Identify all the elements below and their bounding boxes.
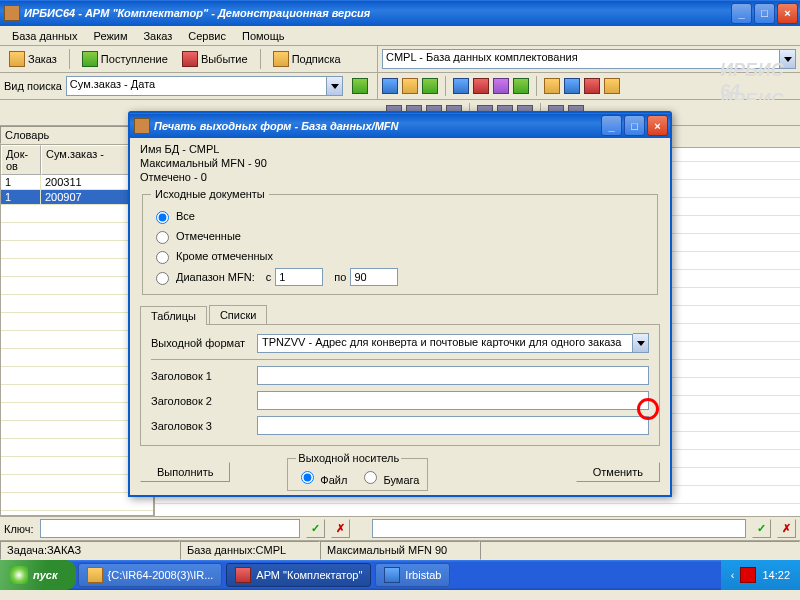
taskbar-item[interactable]: {C:\IR64-2008(3)\IR... xyxy=(78,563,223,587)
search-type-dropdown[interactable] xyxy=(327,76,343,96)
tool-icon[interactable] xyxy=(544,78,560,94)
app-icon xyxy=(235,567,251,583)
vybytie-icon xyxy=(182,51,198,67)
tool-icon[interactable] xyxy=(513,78,529,94)
source-docs-group: Исходные документы Все Отмеченные Кроме … xyxy=(142,188,658,295)
tab-tables[interactable]: Таблицы xyxy=(140,306,207,325)
key-cancel-2[interactable]: ✗ xyxy=(777,519,796,538)
radio-except[interactable] xyxy=(156,251,169,264)
search-go[interactable] xyxy=(347,75,373,97)
media-paper[interactable]: Бумага xyxy=(359,468,419,486)
media-file[interactable]: Файл xyxy=(296,468,347,486)
tool-icon[interactable] xyxy=(402,78,418,94)
menu-service[interactable]: Сервис xyxy=(180,28,234,44)
menu-db[interactable]: База данных xyxy=(4,28,86,44)
status-db: База данных:CMPL xyxy=(180,541,320,560)
status-mfn: Максимальный MFN 90 xyxy=(320,541,480,560)
radio-marked[interactable] xyxy=(156,231,169,244)
out-format-dropdown[interactable] xyxy=(633,333,649,353)
key-input-2[interactable] xyxy=(372,519,746,538)
status-task: Задача:ЗАКАЗ xyxy=(0,541,180,560)
cancel-button[interactable]: Отменить xyxy=(576,462,660,482)
hdr1-input[interactable] xyxy=(257,366,649,385)
dialog-close[interactable]: × xyxy=(647,115,668,136)
search-label: Вид поиска xyxy=(4,80,62,92)
app-title: ИРБИС64 - АРМ "Комплектатор" - Демонстра… xyxy=(24,7,731,19)
tray-icon[interactable] xyxy=(740,567,756,583)
dialog-info-db: Имя БД - CMPL xyxy=(140,142,660,156)
out-format-label: Выходной формат xyxy=(151,337,249,349)
start-button[interactable]: пуск xyxy=(0,560,76,590)
range-from[interactable] xyxy=(275,268,323,286)
dialog-minimize[interactable]: _ xyxy=(601,115,622,136)
postup-button[interactable]: Поступление xyxy=(77,48,173,70)
search-row: Вид поиска Сум.заказ - Дата xyxy=(0,73,378,100)
tool-icon[interactable] xyxy=(584,78,600,94)
menu-help[interactable]: Помощь xyxy=(234,28,293,44)
dialog-icon xyxy=(134,118,150,134)
key-cancel[interactable]: ✗ xyxy=(331,519,350,538)
zakaz-icon xyxy=(9,51,25,67)
app-icon xyxy=(4,5,20,21)
tool-icon[interactable] xyxy=(382,78,398,94)
radio-all[interactable] xyxy=(156,211,169,224)
tool-icon[interactable] xyxy=(564,78,580,94)
source-docs-legend: Исходные документы xyxy=(151,188,269,200)
dialog-maximize[interactable]: □ xyxy=(624,115,645,136)
start-icon xyxy=(10,566,28,584)
minimize-button[interactable]: _ xyxy=(731,3,752,24)
hdr2-label: Заголовок 2 xyxy=(151,395,249,407)
tool-icon[interactable] xyxy=(493,78,509,94)
menubar: База данных Режим Заказ Сервис Помощь xyxy=(0,26,800,46)
dialog-info-mfn: Максимальный MFN - 90 xyxy=(140,156,660,170)
maximize-button[interactable]: □ xyxy=(754,3,775,24)
key-ok[interactable]: ✓ xyxy=(306,519,325,538)
taskbar-item[interactable]: АРМ "Комплектатор" xyxy=(226,563,371,587)
key-ok-2[interactable]: ✓ xyxy=(752,519,771,538)
hdr1-label: Заголовок 1 xyxy=(151,370,249,382)
tool-icon[interactable] xyxy=(604,78,620,94)
folder-icon xyxy=(87,567,103,583)
hdr3-label: Заголовок 3 xyxy=(151,420,249,432)
menu-order[interactable]: Заказ xyxy=(135,28,180,44)
print-dialog: Печать выходных форм - База данных/MFN _… xyxy=(128,111,672,497)
tool-icon[interactable] xyxy=(453,78,469,94)
hdr2-input[interactable] xyxy=(257,391,649,410)
execute-button[interactable]: Выполнить xyxy=(140,462,230,482)
podpiska-icon xyxy=(273,51,289,67)
col-header-1[interactable]: Док-ов xyxy=(1,145,41,175)
dialog-info-marked: Отмечено - 0 xyxy=(140,170,660,184)
key-input[interactable] xyxy=(40,519,300,538)
media-group: Выходной носитель Файл Бумага xyxy=(287,452,428,491)
tool-icon[interactable] xyxy=(422,78,438,94)
range-to[interactable] xyxy=(350,268,398,286)
close-button[interactable]: × xyxy=(777,3,798,24)
vybytie-button[interactable]: Выбытие xyxy=(177,48,253,70)
podpiska-button[interactable]: Подписка xyxy=(268,48,346,70)
postup-icon xyxy=(82,51,98,67)
menu-mode[interactable]: Режим xyxy=(86,28,136,44)
dialog-title: Печать выходных форм - База данных/MFN xyxy=(154,120,601,132)
tab-lists[interactable]: Списки xyxy=(209,305,268,324)
out-format-select[interactable]: TPNZVV - Адрес для конверта и почтовые к… xyxy=(257,334,633,353)
app-icon xyxy=(384,567,400,583)
arrow-icon xyxy=(352,78,368,94)
tray-arrow-icon[interactable]: ‹ xyxy=(731,569,735,581)
tool-icon[interactable] xyxy=(473,78,489,94)
hdr3-input[interactable] xyxy=(257,416,649,435)
status-empty xyxy=(480,541,800,560)
taskbar-item[interactable]: Irbistab xyxy=(375,563,450,587)
toolbar-left: Заказ Поступление Выбытие Подписка xyxy=(0,46,378,73)
radio-range[interactable] xyxy=(156,272,169,285)
search-type[interactable]: Сум.заказ - Дата xyxy=(66,76,327,96)
zakaz-button[interactable]: Заказ xyxy=(4,48,62,70)
app-titlebar: ИРБИС64 - АРМ "Комплектатор" - Демонстра… xyxy=(0,0,800,26)
key-label: Ключ: xyxy=(4,523,34,535)
clock: 14:22 xyxy=(762,569,790,581)
